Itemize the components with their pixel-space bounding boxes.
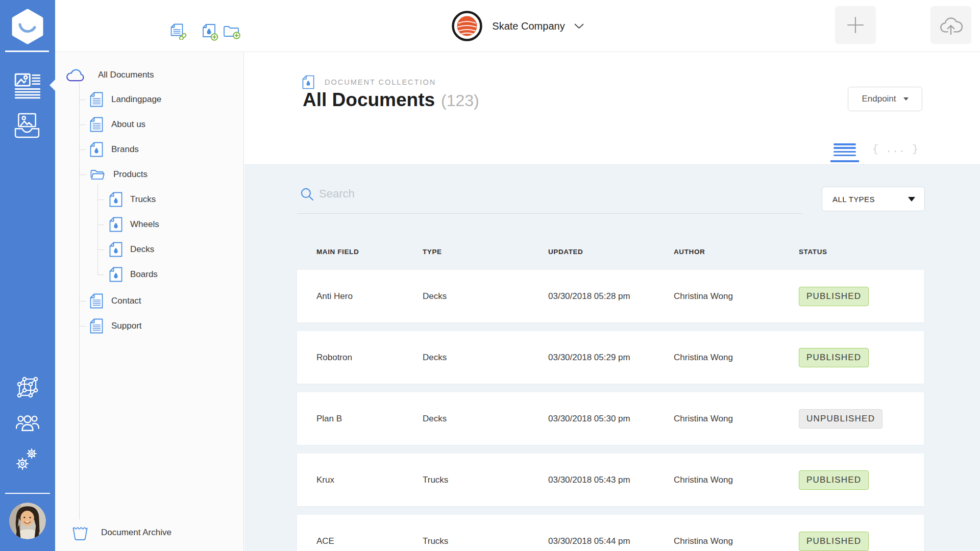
- schema-nav-icon[interactable]: [14, 374, 41, 402]
- tree-root-label: All Documents: [98, 70, 154, 80]
- column-type: TYPE: [423, 248, 548, 256]
- users-nav-icon[interactable]: [16, 413, 42, 434]
- document-lines-icon: [90, 92, 103, 107]
- tree-item-wheels[interactable]: Wheels: [97, 216, 159, 233]
- cell-author: Christina Wong: [674, 414, 799, 424]
- cell-main-field: Anti Hero: [316, 291, 423, 302]
- tree-tick: [79, 174, 86, 175]
- tree-item-label: About us: [111, 119, 145, 130]
- app-screen: Skate Company All: [0, 0, 980, 551]
- tree-item-label: Brands: [111, 144, 139, 155]
- column-status: STATUS: [799, 248, 924, 256]
- upload-button[interactable]: [930, 6, 971, 44]
- tree-tick: [97, 199, 104, 200]
- tree-item-label: Trucks: [130, 194, 156, 205]
- tree-item-label: Contact: [111, 296, 141, 306]
- cell-author: Christina Wong: [674, 475, 799, 485]
- document-drop-icon: [90, 142, 103, 157]
- cell-type: Trucks: [423, 475, 548, 485]
- table-row[interactable]: Krux Trucks 03/30/2018 05:43 pm Christin…: [297, 454, 924, 506]
- table-row[interactable]: ACE Trucks 03/30/2018 05:44 pm Christina…: [297, 515, 924, 551]
- tree-item-brands[interactable]: Brands: [79, 141, 139, 158]
- tree-tick: [79, 99, 86, 100]
- document-lines-icon: [90, 117, 103, 132]
- document-tree-sidebar: All Documents Landingpage About us: [55, 53, 244, 551]
- table-row[interactable]: Plan B Decks 03/30/2018 05:30 pm Christi…: [297, 392, 924, 445]
- tree-tick: [97, 249, 104, 250]
- cloud-icon: [65, 68, 85, 82]
- document-drop-icon: [109, 217, 122, 232]
- endpoint-dropdown-button[interactable]: Endpoint: [848, 87, 922, 111]
- rail-divider: [5, 51, 49, 52]
- workspace-logo-icon: [451, 10, 483, 42]
- archive-label: Document Archive: [101, 528, 172, 538]
- create-button[interactable]: [835, 6, 876, 44]
- user-avatar[interactable]: [9, 503, 46, 539]
- plus-icon: [846, 15, 865, 35]
- assets-nav-icon[interactable]: [14, 113, 41, 140]
- tree-tick: [79, 124, 86, 125]
- tree-item-products[interactable]: Products: [79, 166, 148, 183]
- app-logo-icon[interactable]: [9, 8, 46, 45]
- tree-item-landingpage[interactable]: Landingpage: [79, 91, 161, 108]
- tree-tick: [97, 274, 104, 275]
- cell-main-field: Plan B: [316, 414, 423, 424]
- table-row[interactable]: Robotron Decks 03/30/2018 05:29 pm Chris…: [297, 331, 924, 384]
- document-count: (123): [441, 91, 479, 110]
- collection-label: DOCUMENT COLLECTION: [325, 78, 436, 86]
- tree-item-contact[interactable]: Contact: [79, 292, 141, 310]
- cell-updated: 03/30/2018 05:43 pm: [548, 475, 674, 485]
- collection-type-icon: [302, 75, 314, 89]
- active-view-underline: [830, 160, 859, 162]
- tree-item-support[interactable]: Support: [79, 317, 142, 335]
- tree-item-about-us[interactable]: About us: [79, 116, 145, 133]
- cell-author: Christina Wong: [674, 353, 799, 363]
- document-archive-link[interactable]: Document Archive: [71, 523, 172, 542]
- status-badge: PUBLISHED: [799, 287, 869, 306]
- tree-item-label: Products: [113, 169, 148, 180]
- cell-updated: 03/30/2018 05:28 pm: [548, 291, 674, 302]
- type-filter-value: ALL TYPES: [832, 195, 875, 204]
- active-nav-notch: [50, 80, 55, 91]
- document-drop-icon: [109, 192, 122, 207]
- table-row[interactable]: Anti Hero Decks 03/30/2018 05:28 pm Chri…: [297, 270, 924, 322]
- tree-tick: [79, 326, 86, 327]
- search-icon: [300, 187, 314, 201]
- cell-type: Decks: [423, 291, 548, 302]
- cell-main-field: Krux: [316, 475, 423, 485]
- document-lines-icon: [90, 293, 103, 309]
- type-filter-dropdown[interactable]: ALL TYPES: [822, 187, 925, 211]
- tree-item-label: Wheels: [130, 219, 159, 230]
- status-badge: PUBLISHED: [799, 532, 869, 551]
- tree-item-trucks[interactable]: Trucks: [97, 191, 156, 208]
- chevron-down-icon: [574, 23, 584, 29]
- search-input[interactable]: [319, 183, 625, 205]
- collection-header: DOCUMENT COLLECTION All Documents (123) …: [244, 53, 980, 164]
- settings-nav-icon[interactable]: [14, 446, 41, 474]
- tree-item-decks[interactable]: Decks: [97, 241, 154, 258]
- json-view-toggle[interactable]: { ... }: [872, 142, 919, 155]
- cell-type: Decks: [423, 353, 548, 363]
- caret-down-icon: [908, 197, 915, 202]
- document-lines-icon: [90, 318, 103, 334]
- primary-sidebar: [0, 0, 55, 551]
- column-main-field: MAIN FIELD: [316, 248, 423, 256]
- cell-type: Trucks: [423, 536, 548, 546]
- table-header: MAIN FIELD TYPE UPDATED AUTHOR STATUS: [297, 238, 924, 266]
- status-badge: PUBLISHED: [799, 348, 869, 367]
- list-icon: [834, 143, 856, 156]
- cell-author: Christina Wong: [674, 536, 799, 546]
- cell-updated: 03/30/2018 05:30 pm: [548, 414, 674, 424]
- cell-author: Christina Wong: [674, 291, 799, 302]
- content-nav-icon[interactable]: [14, 72, 41, 101]
- cell-main-field: Robotron: [316, 353, 423, 363]
- tree-item-label: Support: [111, 321, 142, 331]
- tree-tick: [79, 149, 86, 150]
- column-updated: UPDATED: [548, 248, 674, 256]
- list-view-toggle[interactable]: [830, 142, 859, 162]
- workspace-name: Skate Company: [492, 20, 565, 32]
- page-title: All Documents: [303, 89, 435, 111]
- tree-item-boards[interactable]: Boards: [97, 266, 158, 283]
- document-drop-icon: [109, 267, 122, 282]
- search-underline: [297, 213, 802, 214]
